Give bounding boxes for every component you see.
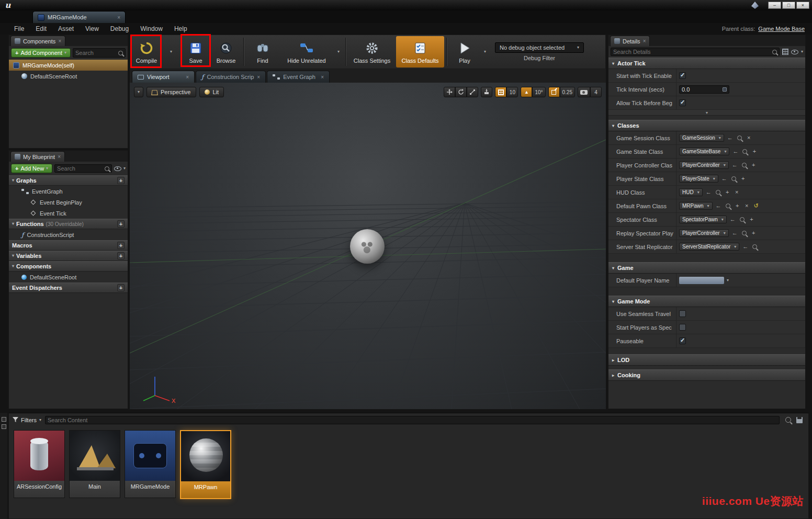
add-event-dispatcher-button[interactable]: + (117, 284, 125, 291)
content-search[interactable] (45, 416, 780, 424)
add-function-button[interactable]: + (117, 220, 125, 228)
details-tab[interactable]: Details × (610, 36, 650, 46)
class-dropdown[interactable]: HUD▾ (679, 188, 703, 196)
rotation-snap-value[interactable]: 10° (532, 87, 545, 97)
collapse-icon[interactable]: ▾ (12, 264, 14, 268)
class-settings-button[interactable]: Class Settings (348, 36, 396, 67)
chevron-down-icon[interactable]: ▾ (801, 50, 803, 54)
camera-speed-value[interactable]: 4 (590, 87, 602, 97)
components-section-header[interactable]: ▾ Components (9, 261, 128, 272)
menu-edit[interactable]: Edit (30, 24, 52, 33)
components-tab[interactable]: Components × (10, 36, 65, 46)
dock-icon[interactable] (2, 424, 6, 429)
class-dropdown[interactable]: GameStateBase▾ (679, 148, 729, 155)
add-macro-button[interactable]: + (117, 242, 125, 249)
advanced-expander[interactable]: ▼ (608, 110, 805, 116)
minimize-button[interactable]: – (768, 2, 781, 9)
asset-arsessionconfig[interactable]: ARSessionConfig (14, 430, 65, 498)
create-class-icon[interactable]: + (724, 189, 731, 196)
browse-button[interactable]: Browse (211, 36, 241, 67)
use-selected-icon[interactable]: ← (731, 230, 738, 236)
save-button[interactable]: Save (181, 36, 211, 67)
start-tick-checkbox[interactable] (679, 72, 686, 79)
collapse-icon[interactable]: ▾ (12, 222, 14, 226)
value-slider-icon[interactable] (723, 87, 727, 92)
section-classes[interactable]: ▾ Classes (608, 120, 805, 131)
create-class-icon[interactable]: + (751, 148, 758, 155)
menu-view[interactable]: View (80, 24, 105, 33)
my-blueprint-tab-close-icon[interactable]: × (58, 154, 61, 160)
use-seamless-checkbox[interactable] (679, 310, 686, 317)
hide-unrelated-options-dropdown[interactable]: ▾ (334, 36, 343, 67)
use-selected-icon[interactable]: ← (742, 243, 749, 250)
use-selected-icon[interactable]: ← (731, 162, 738, 168)
debug-object-dropdown[interactable]: No debug object selected ▾ (495, 42, 584, 53)
details-search[interactable] (611, 48, 780, 56)
graphs-section-header[interactable]: ▾ Graphs + (9, 175, 128, 186)
save-all-icon[interactable] (796, 417, 803, 423)
class-dropdown[interactable]: PlayerController▾ (679, 161, 729, 169)
menu-help[interactable]: Help (168, 24, 193, 33)
class-defaults-button[interactable]: Class Defaults (396, 36, 444, 67)
clear-class-icon[interactable]: × (743, 202, 750, 209)
tab-close-icon[interactable]: × (321, 74, 324, 80)
start-players-checkbox[interactable] (679, 324, 686, 331)
parent-class-value[interactable]: Game Mode Base (758, 26, 805, 32)
section-game-mode[interactable]: ▾ Game Mode (608, 296, 805, 307)
menu-window[interactable]: Window (134, 24, 168, 33)
browse-to-asset-icon[interactable] (736, 134, 743, 141)
construction-script-row[interactable]: ƒ ConstructionScript (9, 229, 128, 240)
lit-mode-button[interactable]: Lit (199, 87, 224, 97)
clear-class-icon[interactable]: × (734, 189, 740, 196)
hide-unrelated-button[interactable]: Hide Unrelated (279, 36, 334, 67)
property-matrix-icon[interactable] (782, 49, 788, 55)
tab-construction-script[interactable]: ƒ Construction Scrip × (196, 71, 266, 83)
section-actor-tick[interactable]: ▾ Actor Tick (608, 58, 805, 69)
use-selected-icon[interactable]: ← (729, 216, 736, 223)
asset-main[interactable]: Main (69, 430, 120, 498)
add-variable-button[interactable]: + (117, 252, 125, 260)
my-blueprint-search[interactable] (54, 164, 112, 173)
tick-interval-input[interactable]: 0.0 (679, 85, 729, 94)
browse-to-asset-icon[interactable] (751, 243, 758, 250)
asset-mrpawn[interactable]: MRPawn (180, 430, 231, 499)
my-blueprint-tab[interactable]: My Blueprint × (10, 151, 65, 162)
details-tab-close-icon[interactable]: × (643, 38, 646, 44)
class-dropdown[interactable]: SpectatorPawn▾ (679, 216, 727, 223)
menu-file[interactable]: File (8, 24, 30, 33)
tab-close-icon[interactable]: × (186, 74, 189, 80)
variables-section-header[interactable]: ▾ Variables + (9, 251, 128, 261)
use-selected-icon[interactable]: ← (705, 189, 712, 196)
components-search-input[interactable] (75, 50, 116, 56)
asset-mrgamemode[interactable]: MRGameMode (125, 430, 176, 498)
scale-gizmo-button[interactable] (467, 87, 478, 97)
filters-button[interactable]: Filters ▾ (13, 417, 41, 423)
macros-section-header[interactable]: Macros + (9, 240, 128, 251)
compile-options-dropdown[interactable]: ▾ (162, 36, 181, 67)
3d-viewport[interactable]: ▾ Perspective Lit (130, 83, 606, 409)
rotation-snap-toggle[interactable]: ▲ (521, 87, 532, 97)
add-component-button[interactable]: + Add Component ▾ (11, 48, 71, 58)
reset-to-default-icon[interactable]: ↺ (753, 202, 760, 209)
menu-debug[interactable]: Debug (105, 24, 134, 33)
clear-class-icon[interactable]: × (746, 134, 752, 141)
find-button[interactable]: Find (246, 36, 279, 67)
browse-to-asset-icon[interactable] (741, 148, 748, 155)
tab-close-icon[interactable]: × (257, 74, 260, 80)
create-class-icon[interactable]: + (748, 216, 755, 223)
components-tab-close-icon[interactable]: × (58, 38, 61, 44)
chevron-down-icon[interactable]: ▾ (727, 278, 729, 283)
scale-snap-toggle[interactable] (548, 87, 560, 97)
tab-event-graph[interactable]: Event Graph × (267, 71, 330, 83)
rotate-gizmo-button[interactable] (455, 87, 467, 97)
chevron-down-icon[interactable]: ▾ (123, 166, 126, 171)
use-selected-icon[interactable]: ← (732, 148, 739, 155)
browse-to-asset-icon[interactable] (730, 175, 737, 182)
browse-to-asset-icon[interactable] (739, 216, 746, 223)
close-button[interactable]: × (796, 2, 809, 9)
move-gizmo-button[interactable] (444, 87, 455, 97)
viewport-options-button[interactable]: ▾ (134, 87, 143, 97)
event-tick-row[interactable]: Event Tick (9, 208, 128, 219)
class-dropdown[interactable]: GameSession▾ (679, 134, 724, 142)
pauseable-checkbox[interactable] (679, 337, 686, 344)
